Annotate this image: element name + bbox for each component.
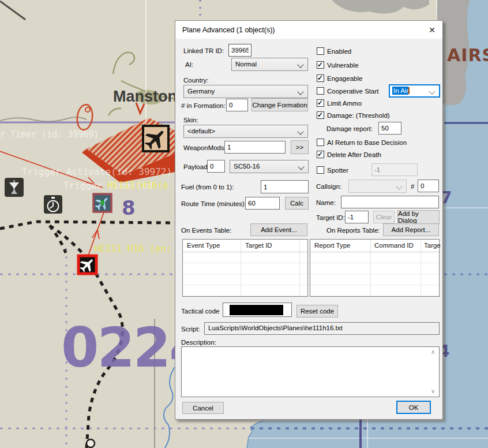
fuel-label: Fuel (from 0 to 1): [181,184,234,191]
text-cursor [408,87,410,94]
name-input[interactable] [341,196,439,208]
ai-select[interactable]: Normal [231,58,308,71]
he111-plane-icon[interactable] [77,255,97,275]
add-event-button[interactable]: Add Event... [250,223,307,236]
weaponmods-expand-button[interactable]: >> [291,140,309,154]
clear-button: Clear [373,211,395,223]
reports-col-command-id: Command ID [374,242,414,249]
reset-code-button[interactable]: Reset code [296,305,338,318]
skin-select[interactable]: <default> [183,125,308,138]
close-icon[interactable]: × [426,24,438,36]
chevron-down-icon [429,88,435,94]
checkbox-vulnerable[interactable]: Vulnerable [317,61,359,69]
callsign-hash-label: # [411,183,414,190]
route-time-input[interactable] [245,197,280,210]
reports-col-report-type: Report Type [314,242,350,249]
events-col-event-type: Event Type [187,242,220,249]
on-events-label: On Events Table: [181,227,231,234]
checkbox-enabled[interactable]: Enabled [317,47,351,55]
plane-advanced-dialog: Plane Advanced (1 object(s)) × Linked TR… [175,20,443,420]
weaponmods-input[interactable] [224,141,286,154]
chevron-down-icon [297,61,303,68]
description-label: Description: [181,339,216,346]
airfield-plane-icon[interactable] [141,125,170,154]
on-reports-label: On Reports Table: [326,227,380,234]
ai-label: AI: [185,61,193,68]
chevron-down-icon [298,163,304,170]
damage-report-label: Damage report: [326,125,373,132]
events-col-target-id: Target ID [245,242,272,249]
tactical-code-label: Tactical code [181,308,219,315]
reports-table[interactable]: Report Type Command ID Targe [310,239,440,297]
dialog-title: Plane Advanced (1 object(s)) [182,26,275,34]
checkbox-spotter[interactable]: Spotter [317,166,348,174]
skin-label: Skin: [183,117,198,124]
callsign-number-input[interactable] [418,180,439,192]
spinner-trigger-icon[interactable] [5,178,24,197]
chevron-down-icon [297,88,303,95]
route-time-label: Route Time (minutes): [181,200,246,207]
spotter-id-input [371,163,418,176]
checkbox-icon[interactable] [317,151,324,158]
country-label: Country: [183,77,208,84]
checkbox-icon[interactable] [317,139,324,146]
script-path-field[interactable]: LuaScripts\WorldObjects\Planes\he111h16.… [204,322,440,335]
callsign-label: Callsign: [316,183,341,190]
chevron-down-icon [396,183,402,189]
change-formation-button[interactable]: Change Formation [251,98,308,111]
chevron-down-icon [297,128,303,135]
payload-count-input[interactable] [207,160,225,173]
weaponmods-label: WeaponMods: [183,144,226,151]
checkbox-delete-after-death[interactable]: Delete After Death [317,151,381,158]
checkbox-ai-return[interactable]: AI Return to Base Decision [317,139,407,146]
damage-report-input[interactable] [378,122,401,135]
linked-tr-id-label: Linked TR ID: [183,47,224,54]
cooperative-mode-select[interactable]: In Air [389,84,440,98]
selected-plane-icon[interactable] [93,193,112,212]
reports-col-target: Targe [424,242,441,249]
waypoint-ring[interactable] [87,439,95,447]
payload-label: Payload: [183,163,209,170]
target-id-input[interactable] [345,211,369,223]
country-select[interactable]: Germany [183,85,308,98]
checkbox-icon[interactable] [317,87,324,95]
timer-clock-icon[interactable] [44,195,62,214]
callsign-select [348,180,407,193]
payload-select[interactable]: SC50-16 [230,160,309,173]
checkbox-icon[interactable] [317,74,324,82]
name-label: Name: [316,199,336,206]
script-label: Script: [181,326,200,333]
formation-input[interactable] [226,99,248,111]
checkbox-icon[interactable] [317,166,324,174]
checkbox-icon[interactable] [317,99,324,107]
screen: r Timer (id: 39969) Trigger Activate(id:… [0,0,488,448]
target-id-label: Target ID: [316,214,345,221]
checkbox-icon[interactable] [317,111,324,119]
events-table[interactable]: Event Type Target ID [182,239,308,297]
checkbox-engageable[interactable]: Engageable [317,74,362,82]
tactical-code-value [230,305,283,315]
checkbox-icon[interactable] [317,61,324,69]
add-report-button[interactable]: Add Report... [383,223,439,236]
formation-label: # in Formation: [181,102,226,109]
description-textarea[interactable] [181,346,440,397]
checkbox-limit-ammo[interactable]: Limit Ammo [317,99,362,107]
dialog-titlebar[interactable]: Plane Advanced (1 object(s)) × [175,21,442,39]
cancel-button[interactable]: Cancel [182,402,224,414]
calc-button[interactable]: Calc [285,197,309,210]
checkbox-icon[interactable] [317,47,324,55]
checkbox-cooperative-start[interactable]: Cooperative Start [317,87,379,95]
ok-button[interactable]: OK [396,401,431,414]
linked-tr-id-input[interactable] [228,44,251,57]
add-by-dialog-button[interactable]: Add by Dialog [397,210,440,224]
checkbox-damage-threshold[interactable]: Damage: (Threshold) [317,111,390,119]
fuel-input[interactable] [261,180,309,193]
